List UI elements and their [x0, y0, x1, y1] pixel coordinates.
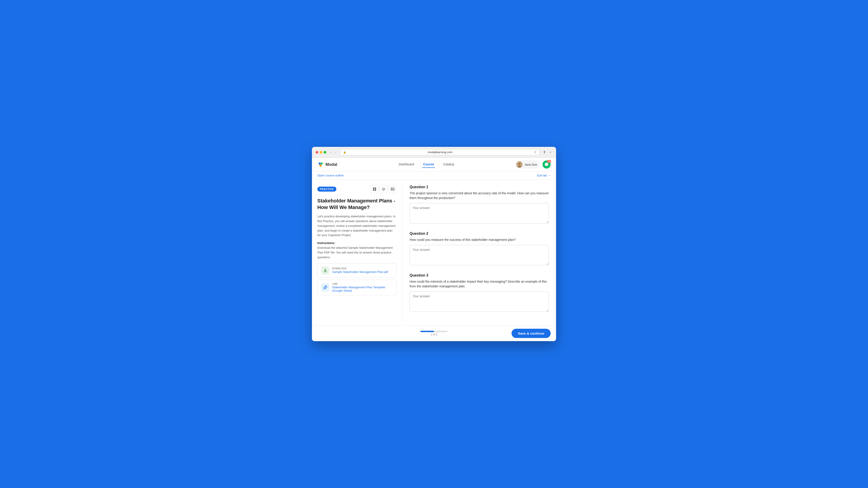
svg-rect-8: [373, 189, 374, 191]
nav-right: Jana Doe 10: [515, 160, 551, 168]
back-button[interactable]: ‹: [329, 150, 333, 155]
question-1-answer[interactable]: [410, 203, 549, 223]
address-bar[interactable]: 🔒 modallearning.com ↺: [340, 149, 539, 155]
svg-marker-10: [382, 188, 385, 190]
footer: 1 of 2 Save & continue: [312, 325, 556, 341]
progress-bar-container: [421, 331, 447, 332]
svg-point-0: [318, 162, 321, 165]
layers-icon: [382, 187, 385, 191]
question-3-answer[interactable]: [410, 291, 549, 312]
link-resource-name: Stakeholder Management Plan Template (Go…: [332, 286, 393, 292]
sub-nav: Open course outline Exit lab →: [312, 171, 556, 180]
download-resource-name: Sample Stakeholder Management Plan.pdf: [332, 270, 393, 273]
traffic-light-green[interactable]: [324, 151, 327, 154]
progress-text: 1 of 2: [431, 333, 437, 336]
browser-actions: ⬆ +: [542, 150, 553, 155]
question-2-answer[interactable]: [410, 245, 549, 265]
svg-point-1: [320, 162, 323, 165]
footer-right: Save & continue: [447, 329, 551, 338]
share-button[interactable]: ⬆: [542, 150, 547, 155]
right-panel: Question 1 The project sponsor is very c…: [402, 180, 556, 325]
svg-point-2: [319, 164, 322, 167]
nav-course[interactable]: Course: [422, 161, 435, 168]
logo-icon: [317, 161, 324, 168]
download-icon-container: [321, 266, 329, 274]
link-resource-card[interactable]: LINK Stakeholder Management Plan Templat…: [317, 280, 397, 295]
avatar: [516, 161, 523, 168]
forward-button[interactable]: ›: [334, 150, 338, 155]
progress-area: 1 of 2: [421, 331, 447, 336]
question-2-label: Question 2: [410, 232, 549, 236]
grid-view-button[interactable]: [370, 185, 379, 193]
link-resource-info: LINK Stakeholder Management Plan Templat…: [332, 283, 393, 292]
panel-description: Let's practice developing stakeholder ma…: [317, 214, 397, 238]
traffic-lights: [315, 151, 327, 154]
main-nav: Modal Dashboard Course Catalog Jana: [312, 158, 556, 171]
question-block-1: Question 1 The project sponsor is very c…: [410, 185, 549, 224]
chat-badge: 10: [547, 160, 551, 163]
svg-rect-6: [373, 188, 374, 189]
question-block-2: Question 2 How could you measure the suc…: [410, 232, 549, 266]
save-continue-button[interactable]: Save & continue: [512, 329, 551, 338]
chat-button[interactable]: 10: [542, 160, 551, 168]
svg-rect-7: [375, 188, 376, 189]
lock-icon: 🔒: [343, 151, 346, 154]
main-layout: PRACTICE: [312, 180, 556, 325]
download-resource-info: DOWNLOAD Sample Stakeholder Management P…: [332, 267, 393, 273]
nav-catalog[interactable]: Catalog: [442, 161, 455, 168]
exit-lab-link[interactable]: Exit lab →: [537, 174, 551, 177]
chat-icon: [545, 162, 549, 166]
username: Jana Doe: [524, 163, 537, 166]
download-resource-type: DOWNLOAD: [332, 267, 393, 270]
practice-badge: PRACTICE: [317, 187, 336, 192]
avatar-image: [516, 161, 523, 168]
browser-window: ‹ › 🔒 modallearning.com ↺ ⬆ + Modal: [312, 147, 556, 341]
traffic-light-red[interactable]: [315, 151, 318, 154]
instructions-text: Download the attached Sample Stakeholder…: [317, 246, 397, 260]
download-icon: [323, 268, 328, 273]
svg-rect-9: [375, 189, 376, 191]
browser-chrome: ‹ › 🔒 modallearning.com ↺ ⬆ +: [312, 147, 556, 158]
instructions-label: Instructions:: [317, 241, 397, 245]
progress-bar-fill: [421, 331, 434, 332]
open-outline-link[interactable]: Open course outline: [317, 174, 344, 177]
question-3-text: How could the interests of a stakeholder…: [410, 279, 549, 289]
panel-icon-buttons: [370, 185, 397, 193]
svg-point-4: [518, 163, 521, 165]
question-3-label: Question 3: [410, 273, 549, 278]
link-resource-type: LINK: [332, 283, 393, 285]
left-panel: PRACTICE: [312, 180, 402, 325]
panel-header: PRACTICE: [317, 185, 397, 193]
reload-icon[interactable]: ↺: [534, 151, 536, 154]
nav-links: Dashboard Course Catalog: [342, 161, 511, 168]
url-text: modallearning.com: [348, 151, 532, 154]
question-1-text: The project sponsor is very concerned ab…: [410, 191, 549, 200]
question-2-text: How could you measure the success of thi…: [410, 237, 549, 242]
question-1-label: Question 1: [410, 185, 549, 189]
link-icon-container: [321, 283, 329, 291]
nav-dashboard[interactable]: Dashboard: [398, 161, 415, 168]
logo-text: Modal: [326, 162, 337, 167]
image-icon: [391, 187, 395, 191]
browser-nav-buttons: ‹ ›: [329, 150, 338, 155]
layers-view-button[interactable]: [379, 185, 388, 193]
link-icon: [323, 285, 328, 290]
user-info[interactable]: Jana Doe: [515, 160, 540, 168]
grid-icon: [373, 187, 376, 191]
new-tab-button[interactable]: +: [549, 150, 553, 155]
app-container: Modal Dashboard Course Catalog Jana: [312, 158, 556, 341]
download-resource-card[interactable]: DOWNLOAD Sample Stakeholder Management P…: [317, 263, 397, 278]
question-block-3: Question 3 How could the interests of a …: [410, 273, 549, 313]
panel-title: Stakeholder Management Plans - How Will …: [317, 198, 397, 210]
image-view-button[interactable]: [389, 185, 397, 193]
traffic-light-yellow[interactable]: [320, 151, 322, 154]
logo[interactable]: Modal: [317, 161, 337, 168]
